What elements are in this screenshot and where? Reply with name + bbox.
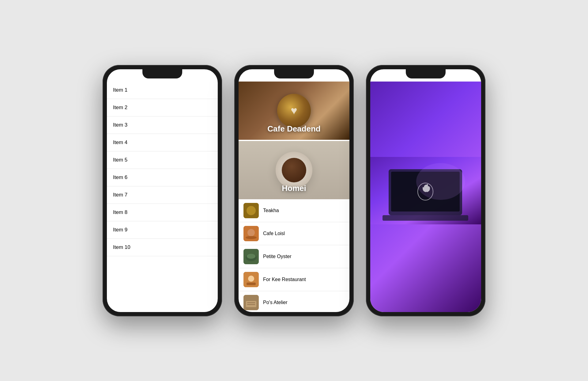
phone-1-screen: Item 1 Item 2 Item 3 Item 4 Item 5 Item … [107, 69, 218, 312]
svg-point-7 [247, 254, 255, 259]
restaurant-item-cafeloisl[interactable]: Cafe Loisl [239, 222, 349, 245]
list-item[interactable]: Item 4 [107, 134, 218, 151]
restaurant-item-petiteoyster[interactable]: Petite Oyster [239, 245, 349, 268]
list-item[interactable]: Item 10 [107, 239, 218, 256]
article-hero-image [370, 82, 481, 312]
restaurant-name-forkee: For Kee Restaurant [263, 277, 306, 282]
list-item[interactable]: Item 5 [107, 151, 218, 169]
phone-3-screen: The Comprehensive Guide to the State Man… [370, 69, 481, 312]
notch-2 [274, 69, 314, 78]
svg-point-9 [248, 276, 254, 282]
restaurant-item-forkee[interactable]: For Kee Restaurant [239, 268, 349, 291]
phone-3: The Comprehensive Guide to the State Man… [366, 65, 485, 316]
svg-rect-27 [383, 215, 468, 221]
svg-rect-13 [247, 302, 255, 303]
restaurant-thumb-teakha [243, 203, 259, 218]
phones-container: Item 1 Item 2 Item 3 Item 4 Item 5 Item … [103, 65, 485, 316]
restaurant-name-petiteoyster: Petite Oyster [263, 254, 291, 259]
hero-homei[interactable]: Homei [239, 141, 349, 199]
restaurant-item-teakha[interactable]: Teakha [239, 199, 349, 222]
phone-2-content[interactable]: ♥ Cafe Deadend Homei [239, 69, 349, 312]
restaurant-thumb-cafeloisl [243, 226, 259, 241]
list-item[interactable]: Item 8 [107, 204, 218, 221]
list-item[interactable]: Item 1 [107, 82, 218, 99]
notch-1 [142, 69, 182, 78]
svg-point-1 [247, 206, 256, 215]
restaurant-thumb-poatelier [243, 295, 259, 310]
svg-point-28 [416, 163, 465, 200]
phone-1: Item 1 Item 2 Item 3 Item 4 Item 5 Item … [103, 65, 222, 316]
restaurant-thumb-petiteoyster [243, 249, 259, 264]
svg-rect-10 [247, 283, 256, 285]
list-item[interactable]: Item 9 [107, 221, 218, 239]
restaurant-thumb-forkee [243, 272, 259, 287]
phone-1-content[interactable]: Item 1 Item 2 Item 3 Item 4 Item 5 Item … [107, 69, 218, 312]
svg-point-3 [247, 229, 255, 236]
restaurant-name-cafeloisl: Cafe Loisl [263, 231, 285, 236]
list-item[interactable]: Item 3 [107, 116, 218, 134]
restaurant-name-poatelier: Po's Atelier [263, 300, 288, 305]
hero-label-1: Cafe Deadend [267, 124, 320, 134]
phone-2-screen: ♥ Cafe Deadend Homei [239, 69, 349, 312]
restaurant-item-poatelier[interactable]: Po's Atelier [239, 291, 349, 312]
restaurant-name-teakha: Teakha [263, 208, 279, 213]
list-item[interactable]: Item 6 [107, 169, 218, 186]
hero-cafe-deadend[interactable]: ♥ Cafe Deadend [239, 82, 349, 140]
svg-rect-14 [247, 304, 255, 305]
list-item[interactable]: Item 7 [107, 186, 218, 204]
phone-2: ♥ Cafe Deadend Homei [234, 65, 354, 316]
phone-3-content[interactable]: The Comprehensive Guide to the State Man… [370, 69, 481, 312]
svg-point-4 [246, 236, 257, 239]
hero-label-2: Homei [282, 184, 306, 193]
notch-3 [406, 69, 446, 78]
list-item[interactable]: Item 2 [107, 99, 218, 116]
